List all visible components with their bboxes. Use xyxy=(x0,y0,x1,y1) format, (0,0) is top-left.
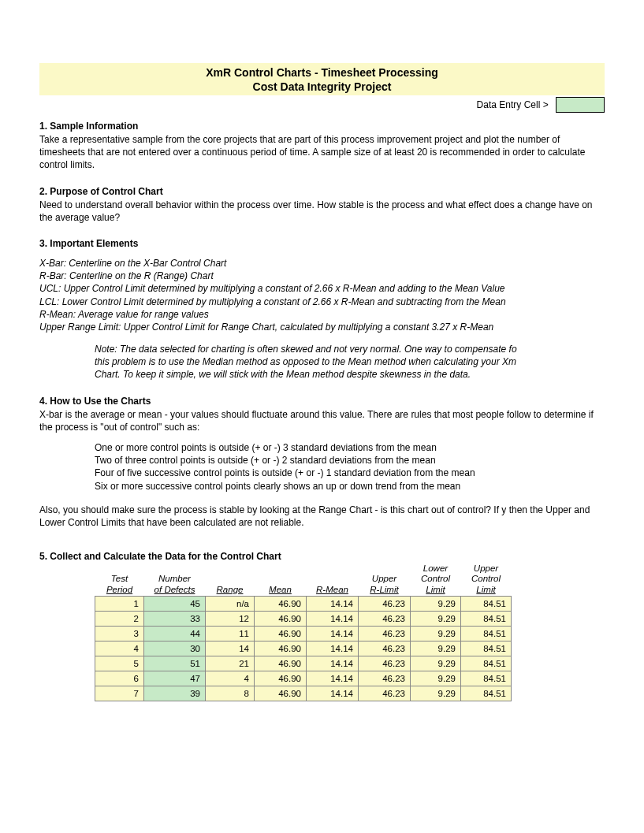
table-cell[interactable]: 9.29 xyxy=(411,671,461,686)
def-xbar: X-Bar: Centerline on the X-Bar Control C… xyxy=(39,257,605,270)
table-cell[interactable]: 46.23 xyxy=(359,596,411,611)
page-container: XmR Control Charts - Timesheet Processin… xyxy=(0,0,644,733)
table-cell[interactable]: 9.29 xyxy=(411,611,461,626)
def-lcl: LCL: Lower Control Limit determined by m… xyxy=(39,296,605,308)
table-cell[interactable]: 4 xyxy=(95,641,144,656)
table-cell[interactable]: 11 xyxy=(206,626,255,641)
table-cell[interactable]: 14.14 xyxy=(307,596,359,611)
table-cell[interactable]: 46.90 xyxy=(255,596,307,611)
data-entry-label: Data Entry Cell > xyxy=(477,99,549,110)
table-cell[interactable]: 84.51 xyxy=(461,671,512,686)
def-rbar: R-Bar: Centerline on the R (Range) Chart xyxy=(39,270,605,282)
title-line-2: Cost Data Integrity Project xyxy=(39,80,605,95)
table-cell[interactable]: 46.23 xyxy=(359,641,411,656)
hdr-lcl-2: Control xyxy=(421,574,450,583)
table-cell[interactable]: 46.90 xyxy=(255,611,307,626)
table-cell[interactable]: 9.29 xyxy=(411,596,461,611)
hdr-rlimit: R-Limit xyxy=(370,585,398,594)
table-cell[interactable]: 33 xyxy=(144,611,206,626)
table-cell[interactable]: 46.90 xyxy=(255,671,307,686)
table-cell[interactable]: 9.29 xyxy=(411,656,461,671)
table-row: 145n/a46.9014.1446.239.2984.51 xyxy=(95,596,512,611)
def-rmean: R-Mean: Average value for range values xyxy=(39,308,605,321)
table-cell[interactable]: 84.51 xyxy=(461,626,512,641)
table-cell[interactable]: 47 xyxy=(144,671,206,686)
table-cell[interactable]: 46.90 xyxy=(255,626,307,641)
table-cell[interactable]: 9.29 xyxy=(411,686,461,701)
table-cell[interactable]: 12 xyxy=(206,611,255,626)
table-cell[interactable]: 45 xyxy=(144,596,206,611)
table-row: 2331246.9014.1446.239.2984.51 xyxy=(95,611,512,626)
section-5-heading: 5. Collect and Calculate the Data for th… xyxy=(39,551,605,562)
data-table: TestPeriod Numberof Defects Range Mean R… xyxy=(95,563,512,701)
table-cell[interactable]: 4 xyxy=(206,671,255,686)
section-3-note: Note: The data selected for charting is … xyxy=(95,343,605,381)
table-cell[interactable]: 14 xyxy=(206,641,255,656)
note-line-1: Note: The data selected for charting is … xyxy=(95,343,605,355)
table-cell[interactable]: 84.51 xyxy=(461,596,512,611)
table-cell[interactable]: 14.14 xyxy=(307,626,359,641)
def-ucl: UCL: Upper Control Limit determined by m… xyxy=(39,282,605,295)
hdr-ucl-1: Upper xyxy=(474,563,498,573)
table-row: 647446.9014.1446.239.2984.51 xyxy=(95,671,512,686)
table-cell[interactable]: 84.51 xyxy=(461,656,512,671)
section-4-rules: One or more control points is outside (+… xyxy=(95,441,605,493)
section-3-definitions: X-Bar: Centerline on the X-Bar Control C… xyxy=(39,257,605,333)
table-cell[interactable]: 44 xyxy=(144,626,206,641)
table-cell[interactable]: 14.14 xyxy=(307,611,359,626)
table-cell[interactable]: 46.90 xyxy=(255,656,307,671)
table-row: 3441146.9014.1446.239.2984.51 xyxy=(95,626,512,641)
section-4-p2: Also, you should make sure the process i… xyxy=(39,504,605,529)
title-line-1: XmR Control Charts - Timesheet Processin… xyxy=(39,66,605,80)
table-cell[interactable]: 14.14 xyxy=(307,656,359,671)
hdr-mean: Mean xyxy=(269,585,292,594)
table-cell[interactable]: 1 xyxy=(95,596,144,611)
table-cell[interactable]: 14.14 xyxy=(307,671,359,686)
table-cell[interactable]: 9.29 xyxy=(411,626,461,641)
section-1-text: Take a representative sample from the co… xyxy=(39,133,605,172)
table-cell[interactable]: 51 xyxy=(144,656,206,671)
table-cell[interactable]: 14.14 xyxy=(307,686,359,701)
hdr-test: Test xyxy=(111,574,128,583)
table-cell[interactable]: 2 xyxy=(95,611,144,626)
table-row: 739846.9014.1446.239.2984.51 xyxy=(95,686,512,701)
table-header-row: TestPeriod Numberof Defects Range Mean R… xyxy=(95,563,512,596)
table-cell[interactable]: 46.23 xyxy=(359,611,411,626)
table-cell[interactable]: n/a xyxy=(206,596,255,611)
table-cell[interactable]: 39 xyxy=(144,686,206,701)
table-cell[interactable]: 46.23 xyxy=(359,686,411,701)
note-line-2: this problem is to use the Median method… xyxy=(95,355,605,368)
note-line-3: Chart. To keep it simple, we will stick … xyxy=(95,368,605,381)
data-entry-cell[interactable] xyxy=(556,97,605,113)
section-2-text: Need to understand overall behavior with… xyxy=(39,199,605,224)
table-cell[interactable]: 9.29 xyxy=(411,641,461,656)
table-cell[interactable]: 46.23 xyxy=(359,626,411,641)
table-cell[interactable]: 84.51 xyxy=(461,611,512,626)
table-cell[interactable]: 6 xyxy=(95,671,144,686)
section-4-p1: X-bar is the average or mean - your valu… xyxy=(39,408,605,433)
table-cell[interactable]: 46.90 xyxy=(255,641,307,656)
table-cell[interactable]: 84.51 xyxy=(461,641,512,656)
table-cell[interactable]: 46.90 xyxy=(255,686,307,701)
rule-2: Two of three control points is outside (… xyxy=(95,454,605,467)
table-cell[interactable]: 21 xyxy=(206,656,255,671)
hdr-ucl-2: Control xyxy=(471,574,501,583)
table-row: 5512146.9014.1446.239.2984.51 xyxy=(95,656,512,671)
table-cell[interactable]: 84.51 xyxy=(461,686,512,701)
table-cell[interactable]: 30 xyxy=(144,641,206,656)
table-cell[interactable]: 7 xyxy=(95,686,144,701)
table-cell[interactable]: 46.23 xyxy=(359,656,411,671)
rule-3: Four of five successive control points i… xyxy=(95,467,605,479)
table-cell[interactable]: 3 xyxy=(95,626,144,641)
section-1-heading: 1. Sample Information xyxy=(39,121,605,132)
rule-4: Six or more successive control points cl… xyxy=(95,480,605,493)
hdr-period: Period xyxy=(106,585,132,594)
table-cell[interactable]: 14.14 xyxy=(307,641,359,656)
table-cell[interactable]: 8 xyxy=(206,686,255,701)
section-4-heading: 4. How to Use the Charts xyxy=(39,396,605,407)
hdr-ucl-3: Limit xyxy=(476,585,495,594)
table-row: 4301446.9014.1446.239.2984.51 xyxy=(95,641,512,656)
table-cell[interactable]: 5 xyxy=(95,656,144,671)
hdr-defects: of Defects xyxy=(154,585,195,594)
table-cell[interactable]: 46.23 xyxy=(359,671,411,686)
